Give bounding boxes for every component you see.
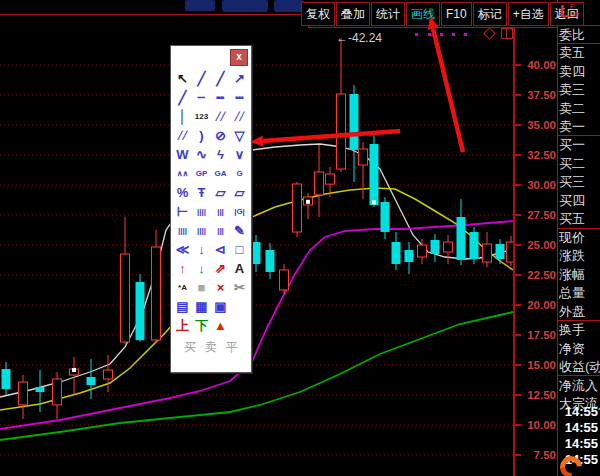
tool-zigzag-icon[interactable]: ∿ <box>192 145 211 164</box>
sidebar-section-divider <box>558 375 600 376</box>
tool-image-tool-icon[interactable]: ▣ <box>211 297 230 316</box>
tool-arrow-up-red-icon[interactable]: ↑ <box>173 259 192 278</box>
drawing-toolbar-dialog: x ↖╱╱↗╱╌╍┅│123╱╱╱╱╱╱)⊘▽W∿ϟ∨∧∧GPGAG%Ŧ▱▱⊢|… <box>170 45 252 373</box>
toolbar-button-0[interactable]: 复权 <box>301 2 335 26</box>
tool-grid-bars-g-icon[interactable]: |G| <box>230 202 249 221</box>
tool-dashed-segment-3-icon[interactable]: ┅ <box>230 88 249 107</box>
period-dot <box>428 33 431 36</box>
close-icon[interactable]: x <box>230 49 248 66</box>
sidebar-label-16: 换手 <box>559 321 600 339</box>
sidebar-section-divider <box>558 228 600 229</box>
tool-time-ruler-icon[interactable]: Ŧ <box>192 183 211 202</box>
sidebar-label-1: 卖五 <box>559 44 600 62</box>
timestamp: 14:55 <box>558 420 598 435</box>
tool-filled-rect-icon[interactable]: ■ <box>192 278 211 297</box>
tool-channel-1-icon[interactable]: ▱ <box>211 183 230 202</box>
tool-text-note-icon[interactable]: *A <box>173 278 192 297</box>
tool-trend-zigzag-icon[interactable]: ϟ <box>211 145 230 164</box>
tool-measure-123-icon[interactable]: 123 <box>192 107 211 126</box>
tool-grid-bars-2-icon[interactable]: ||| <box>211 202 230 221</box>
tool-arrow-down-green-icon[interactable]: ↓ <box>192 259 211 278</box>
toolbar-button-3[interactable]: 画线 <box>406 2 440 26</box>
tool-cycle-bars-2-icon[interactable]: |||| <box>192 221 211 240</box>
tool-wave-w-icon[interactable]: W <box>173 145 192 164</box>
tool-brush-arrow-icon[interactable]: ⇗ <box>211 259 230 278</box>
svg-text:17.50: 17.50 <box>527 329 556 341</box>
tool-dashed-segment-2-icon[interactable]: ╍ <box>211 88 230 107</box>
tool-down-arrow-icon[interactable]: ↓ <box>192 240 211 259</box>
tool-flat-marker[interactable]: 平 <box>226 339 238 356</box>
sidebar-label-13: 涨幅 <box>559 266 600 284</box>
level-badge-main: L <box>560 3 570 20</box>
period-dot <box>452 33 455 36</box>
tool-gp-marker-icon[interactable]: GP <box>192 164 211 183</box>
svg-text:40.00: 40.00 <box>527 59 556 71</box>
tool-cut-tool-icon[interactable]: ✂ <box>230 278 249 297</box>
split-window-icon[interactable] <box>501 28 513 39</box>
tool-circle-icon[interactable]: ⊘ <box>211 126 230 145</box>
tool-sell-marker[interactable]: 卖 <box>205 339 217 356</box>
sidebar-label-12: 涨跌 <box>559 247 600 265</box>
svg-text:12.50: 12.50 <box>527 389 556 401</box>
sidebar-label-11: 现价 <box>559 229 600 247</box>
tool-parallel-lines-3-icon[interactable]: ╱╱ <box>173 126 192 145</box>
tool-cycle-bars-1-icon[interactable]: |||| <box>173 221 192 240</box>
tool-vertical-line-icon[interactable]: │ <box>173 107 192 126</box>
tool-arc-icon[interactable]: ) <box>192 126 211 145</box>
toolbar-button-1[interactable]: 叠加 <box>336 2 370 26</box>
tool-parallel-lines-2-icon[interactable]: ╱╱ <box>230 107 249 126</box>
app-window: 40.0037.5035.0032.5030.0027.5025.0022.50… <box>0 0 600 476</box>
svg-text:30.00: 30.00 <box>527 179 556 191</box>
tool-delete-tool-icon[interactable]: × <box>211 278 230 297</box>
tool-flag-marker-icon[interactable]: ⊲ <box>211 240 230 259</box>
tool-cycle-bars-3-icon[interactable]: ||| <box>211 221 230 240</box>
svg-text:32.50: 32.50 <box>527 149 556 161</box>
sidebar-label-3: 卖三 <box>559 81 600 99</box>
tool-g-marker-icon[interactable]: G <box>230 164 249 183</box>
tool-buy-marker[interactable]: 买 <box>184 339 196 356</box>
tool-pencil-icon[interactable]: ✎ <box>230 221 249 240</box>
tool-doc-list-icon[interactable]: ▤ <box>173 297 192 316</box>
sidebar-label-10: 买五 <box>559 210 600 228</box>
tool-channel-2-icon[interactable]: ▱ <box>230 183 249 202</box>
toolbar-button-6[interactable]: +自选 <box>508 2 549 26</box>
sidebar-label-9: 买四 <box>559 192 600 210</box>
drawing-tool-grid: ↖╱╱↗╱╌╍┅│123╱╱╱╱╱╱)⊘▽W∿ϟ∨∧∧GPGAG%Ŧ▱▱⊢|||… <box>171 69 251 335</box>
main-toolbar: 复权叠加统计画线F10标记+自选返回 <box>301 2 585 26</box>
tool-percent-lines-icon[interactable]: % <box>173 183 192 202</box>
tool-ray-line-icon[interactable]: ╱ <box>173 88 192 107</box>
candlestick-chart[interactable]: 40.0037.5035.0032.5030.0027.5025.0022.50… <box>0 0 600 476</box>
tool-arrow-line-icon[interactable]: ↗ <box>230 69 249 88</box>
tool-parallel-lines-1-icon[interactable]: ╱╱ <box>211 107 230 126</box>
tool-gann-fan-icon[interactable]: ≪ <box>173 240 192 259</box>
tool-text-label-icon[interactable]: A <box>230 259 249 278</box>
toolbar-button-5[interactable]: 标记 <box>473 2 507 26</box>
tool-grid-bars-1-icon[interactable]: |||| <box>192 202 211 221</box>
tool-window-tool-icon[interactable]: ▦ <box>192 297 211 316</box>
tool-rectangle-icon[interactable]: □ <box>230 240 249 259</box>
tool-ga-marker-icon[interactable]: GA <box>211 164 230 183</box>
tool-wave-v-icon[interactable]: ∨ <box>230 145 249 164</box>
tool-pointer-icon[interactable]: ↖ <box>173 69 192 88</box>
tool-signal-marker-icon[interactable]: ▲ <box>211 316 230 335</box>
tool-mark-down-icon[interactable]: 下 <box>192 316 211 335</box>
period-dot <box>415 33 418 36</box>
tool-cycle-shield-icon[interactable]: ▽ <box>230 126 249 145</box>
dialog-title-bar[interactable]: x <box>171 46 251 69</box>
sidebar-label-7: 买二 <box>559 155 600 173</box>
tool-peak-lines-icon[interactable]: ∧∧ <box>173 164 192 183</box>
tool-mark-up-icon[interactable]: 上 <box>173 316 192 335</box>
tool-line-segment-icon[interactable]: ╱ <box>211 69 230 88</box>
sidebar-section-divider <box>558 43 600 44</box>
sidebar-label-6: 买一 <box>559 136 600 154</box>
toolbar-button-2[interactable]: 统计 <box>371 2 405 26</box>
tool-empty-cell <box>230 297 249 316</box>
toolbar-button-4[interactable]: F10 <box>441 2 472 26</box>
quote-sidebar: 委比卖五卖四卖三卖二卖一买一买二买三买四买五现价涨跌涨幅总量外盘换手净资收益(动… <box>558 0 600 476</box>
tool-empty-cell <box>230 316 249 335</box>
tool-price-ruler-icon[interactable]: ⊢ <box>173 202 192 221</box>
svg-text:27.50: 27.50 <box>527 209 556 221</box>
tool-dashed-segment-1-icon[interactable]: ╌ <box>192 88 211 107</box>
period-dot <box>464 33 467 36</box>
tool-trend-line-icon[interactable]: ╱ <box>192 69 211 88</box>
